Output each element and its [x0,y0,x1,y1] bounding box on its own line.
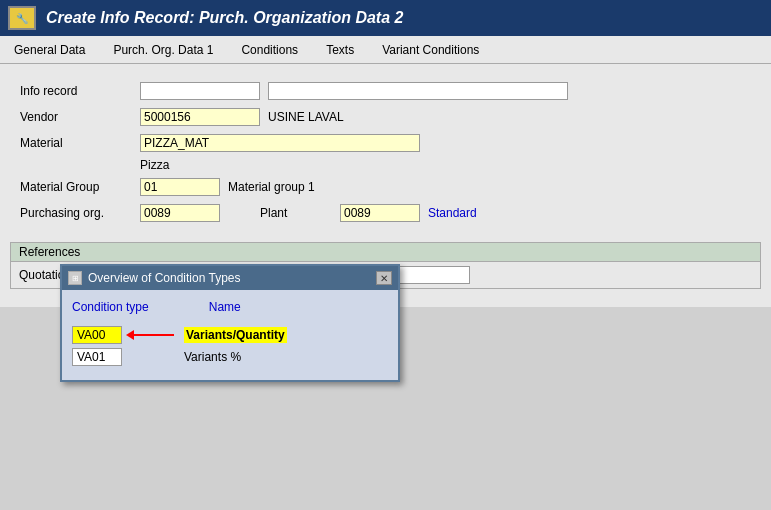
plant-input[interactable] [340,204,420,222]
purchasing-org-input[interactable] [140,204,220,222]
arrow-indicator [126,330,174,340]
info-record-row: Info record [20,80,751,102]
info-record-label: Info record [20,84,140,98]
info-record-input-2[interactable] [268,82,568,100]
purchasing-org-row: Purchasing org. Plant Standard [20,202,751,224]
dialog-icon: ⊞ [68,271,82,285]
overview-dialog: ⊞ Overview of Condition Types ✕ Conditio… [60,264,400,382]
condition-name-va00: Variants/Quantity [184,327,287,343]
material-input[interactable] [140,134,420,152]
col-header-name: Name [209,300,241,314]
material-group-label: Material Group [20,180,140,194]
references-title: References [19,245,80,259]
condition-row-va01: VA01 Variants % [72,348,388,366]
page-title: Create Info Record: Purch. Organization … [46,9,403,27]
app-icon: 🔧 [8,6,36,30]
nav-variant-conditions[interactable]: Variant Conditions [378,41,483,59]
references-header: References [11,243,760,262]
material-group-input[interactable] [140,178,220,196]
material-group-name: Material group 1 [228,180,315,194]
arrow-line [134,334,174,336]
arrow-head [126,330,134,340]
form-section: Info record Vendor USINE LAVAL Material … [10,74,761,234]
dialog-close-button[interactable]: ✕ [376,271,392,285]
vendor-label: Vendor [20,110,140,124]
material-label: Material [20,136,140,150]
title-bar: 🔧 Create Info Record: Purch. Organizatio… [0,0,771,36]
purchasing-org-label: Purchasing org. [20,206,140,220]
vendor-row: Vendor USINE LAVAL [20,106,751,128]
info-record-input[interactable] [140,82,260,100]
material-group-row: Material Group Material group 1 [20,176,751,198]
col-header-condition-type: Condition type [72,300,149,314]
nav-texts[interactable]: Texts [322,41,358,59]
vendor-name: USINE LAVAL [268,110,344,124]
plant-name: Standard [428,206,477,220]
nav-general-data[interactable]: General Data [10,41,89,59]
material-desc: Pizza [140,158,751,172]
nav-conditions[interactable]: Conditions [237,41,302,59]
condition-code-va01[interactable]: VA01 [72,348,122,366]
plant-label: Plant [260,206,340,220]
dialog-headers: Condition type Name [72,300,388,318]
nav-purch-org-1[interactable]: Purch. Org. Data 1 [109,41,217,59]
condition-name-va01: Variants % [184,350,241,364]
main-content: Info record Vendor USINE LAVAL Material … [0,64,771,307]
condition-row-va00: VA00 Variants/Quantity [72,326,388,344]
material-row: Material [20,132,751,154]
dialog-title-bar: ⊞ Overview of Condition Types ✕ [62,266,398,290]
dialog-content: Condition type Name VA00 Variants/Quanti… [62,290,398,380]
condition-code-va00[interactable]: VA00 [72,326,122,344]
vendor-input[interactable] [140,108,260,126]
dialog-title: Overview of Condition Types [88,271,376,285]
nav-bar: General Data Purch. Org. Data 1 Conditio… [0,36,771,64]
